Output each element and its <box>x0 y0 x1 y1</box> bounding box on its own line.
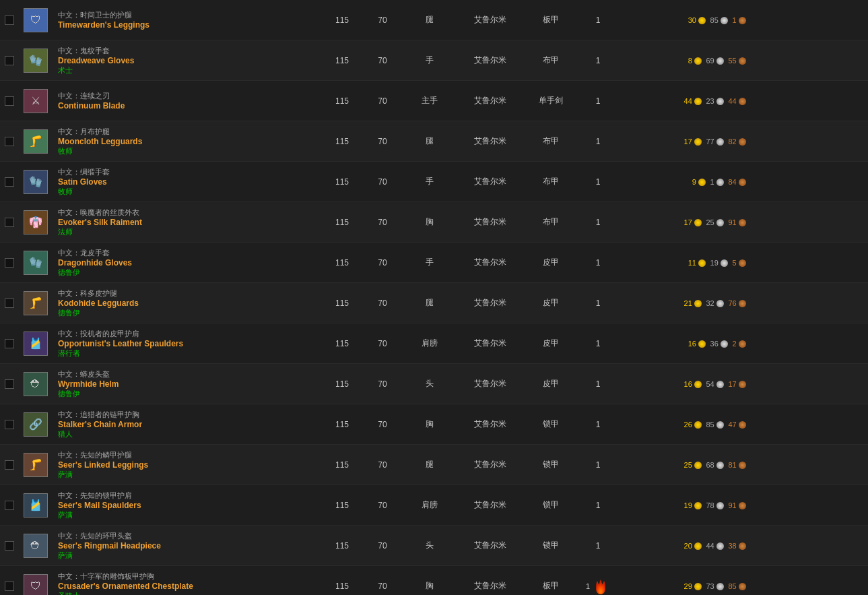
row-checkbox[interactable] <box>0 96 19 106</box>
row-checkbox[interactable] <box>0 501 19 510</box>
item-level: 115 <box>322 541 362 551</box>
item-icon-container: 🔗 <box>19 412 53 437</box>
item-count-container: 1 <box>578 339 618 348</box>
row-checkbox[interactable] <box>0 15 19 25</box>
item-slot: 胸 <box>403 216 457 228</box>
item-name-en[interactable]: Timewarden's Leggings <box>58 20 316 30</box>
item-name-container: 中文：龙皮手套 Dragonhide Gloves 德鲁伊 <box>53 244 322 282</box>
item-zone: 艾鲁尔米 <box>457 459 524 470</box>
table-row[interactable]: ⛑ 中文：先知的环甲头盔 Seer's Ringmail Headpiece 萨… <box>0 526 868 566</box>
item-price: 11 19 5 <box>618 258 753 268</box>
silver-icon <box>716 502 724 509</box>
item-name-en[interactable]: Opportunist's Leather Spaulders <box>58 339 316 348</box>
table-row[interactable]: ⛑ 中文：蟒皮头盔 Wyrmhide Helm 德鲁伊 115 70 头 艾鲁尔… <box>0 364 868 404</box>
silver-icon <box>721 259 728 267</box>
item-name-container: 中文：鬼纹手套 Dreadweave Gloves 术士 <box>53 42 322 80</box>
table-row[interactable]: 🛡 中文：十字军的雕饰板甲护胸 Crusader's Ornamented Ch… <box>0 566 868 595</box>
item-name-en[interactable]: Satin Gloves <box>58 177 316 187</box>
row-checkbox[interactable] <box>0 379 19 389</box>
price-gold: 9 <box>692 178 696 186</box>
item-type: 布甲 <box>524 135 578 147</box>
price-copper: 55 <box>728 57 736 65</box>
silver-icon <box>716 179 724 186</box>
item-type: 板甲 <box>524 580 578 592</box>
price-copper: 82 <box>728 137 736 146</box>
table-row[interactable]: 🦵 中文：月布护腿 Mooncloth Legguards 牧师 115 70 … <box>0 121 868 162</box>
item-icon: 👘 <box>24 210 48 234</box>
item-name-en[interactable]: Stalker's Chain Armor <box>58 420 316 429</box>
table-row[interactable]: ⚔ 中文：连续之刃 Continuum Blade 115 70 主手 艾鲁尔米… <box>0 81 868 121</box>
table-row[interactable]: 🧤 中文：鬼纹手套 Dreadweave Gloves 术士 115 70 手 … <box>0 40 868 81</box>
item-slot: 手 <box>403 176 457 187</box>
item-count: 1 <box>596 501 601 510</box>
price-gold: 8 <box>688 57 692 65</box>
item-name-en[interactable]: Dragonhide Gloves <box>58 258 316 268</box>
item-name-en[interactable]: Seer's Ringmail Headpiece <box>58 541 316 551</box>
item-name-en[interactable]: Continuum Blade <box>58 101 316 111</box>
item-name-en[interactable]: Crusader's Ornamented Chestplate <box>58 582 316 591</box>
row-checkbox[interactable] <box>0 460 19 470</box>
row-checkbox[interactable] <box>0 137 19 146</box>
item-zone: 艾鲁尔米 <box>457 176 524 187</box>
item-class: 术士 <box>58 65 316 75</box>
item-icon: 🛡 <box>24 574 48 596</box>
gold-icon <box>694 219 702 226</box>
item-name-container: 中文：投机者的皮甲护肩 Opportunist's Leather Spauld… <box>53 325 322 363</box>
table-row[interactable]: 🦵 中文：先知的鳞甲护腿 Seer's Linked Leggings 萨满 1… <box>0 445 868 485</box>
item-name-en[interactable]: Kodohide Legguards <box>58 299 316 308</box>
table-row[interactable]: 🦵 中文：科多皮护腿 Kodohide Legguards 德鲁伊 115 70… <box>0 283 868 323</box>
gold-icon <box>694 542 702 550</box>
item-level: 115 <box>322 582 362 591</box>
item-name-en[interactable]: Seer's Mail Spaulders <box>58 501 316 510</box>
copper-icon <box>739 421 746 429</box>
item-icon-container: 🦵 <box>19 291 53 315</box>
item-req-level: 70 <box>362 15 403 25</box>
item-icon-container: ⛑ <box>19 534 53 558</box>
row-checkbox[interactable] <box>0 218 19 227</box>
item-class: 德鲁伊 <box>58 389 316 399</box>
item-req-level: 70 <box>362 460 403 470</box>
price-silver: 77 <box>706 137 714 146</box>
row-checkbox[interactable] <box>0 258 19 268</box>
item-count: 1 <box>586 582 590 590</box>
gold-icon <box>694 381 702 388</box>
item-name-zh: 中文：蟒皮头盔 <box>58 369 316 379</box>
table-row[interactable]: 👘 中文：唤魔者的丝质外衣 Evoker's Silk Raiment 法师 1… <box>0 202 868 243</box>
row-checkbox[interactable] <box>0 299 19 308</box>
item-slot: 胸 <box>403 418 457 430</box>
row-checkbox[interactable] <box>0 541 19 551</box>
item-name-en[interactable]: Dreadweave Gloves <box>58 56 316 65</box>
row-checkbox[interactable] <box>0 420 19 429</box>
row-checkbox[interactable] <box>0 582 19 591</box>
item-count: 1 <box>596 379 601 389</box>
item-name-en[interactable]: Seer's Linked Leggings <box>58 460 316 470</box>
row-checkbox[interactable] <box>0 339 19 348</box>
price-gold: 29 <box>684 582 692 590</box>
table-row[interactable]: 🎽 中文：先知的锁甲护肩 Seer's Mail Spaulders 萨满 11… <box>0 485 868 526</box>
item-count-container: 1 <box>578 460 618 470</box>
item-icon-container: 🎽 <box>19 332 53 356</box>
item-count-container: 1 <box>578 218 618 227</box>
item-req-level: 70 <box>362 501 403 510</box>
table-row[interactable]: 🧤 中文：龙皮手套 Dragonhide Gloves 德鲁伊 115 70 手… <box>0 243 868 283</box>
row-checkbox[interactable] <box>0 177 19 187</box>
item-price: 16 36 2 <box>618 339 753 348</box>
table-row[interactable]: 🧤 中文：绸缎手套 Satin Gloves 牧师 115 70 手 艾鲁尔米 … <box>0 162 868 202</box>
table-row[interactable]: 🔗 中文：追猎者的链甲护胸 Stalker's Chain Armor 猎人 1… <box>0 404 868 445</box>
table-row[interactable]: 🛡 中文：时间卫士的护腿 Timewarden's Leggings 115 7… <box>0 0 868 40</box>
silver-icon <box>716 421 724 429</box>
item-name-en[interactable]: Evoker's Silk Raiment <box>58 218 316 227</box>
item-name-en[interactable]: Wyrmhide Helm <box>58 379 316 389</box>
item-icon-container: 👘 <box>19 210 53 234</box>
row-checkbox[interactable] <box>0 56 19 65</box>
item-name-zh: 中文：先知的环甲头盔 <box>58 531 316 541</box>
gold-icon <box>698 179 706 186</box>
item-type: 锁甲 <box>524 459 578 470</box>
item-icon-container: 🧤 <box>19 251 53 275</box>
item-name-en[interactable]: Mooncloth Legguards <box>58 137 316 146</box>
table-row[interactable]: 🎽 中文：投机者的皮甲护肩 Opportunist's Leather Spau… <box>0 323 868 364</box>
item-price: 30 85 1 <box>618 15 753 25</box>
item-icon: 🔗 <box>24 412 48 437</box>
price-silver: 25 <box>706 218 714 226</box>
item-name-zh: 中文：唤魔者的丝质外衣 <box>58 208 316 218</box>
